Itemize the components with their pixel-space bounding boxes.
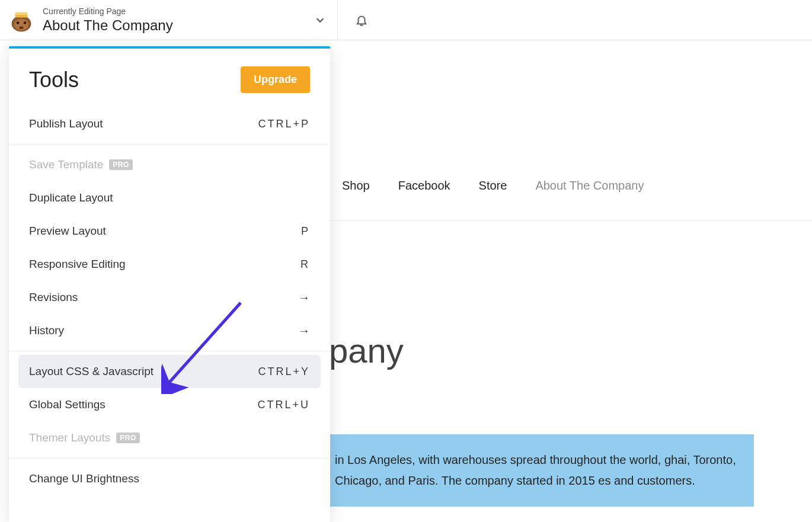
menu-themer-layouts[interactable]: Themer Layouts PRO [9,421,330,454]
menu-shortcut: CTRL+U [257,399,310,411]
topbar: Currently Editing Page About The Company [0,0,812,40]
site-nav: Shop Facebook Store About The Company [329,40,812,221]
page-menu-toggle[interactable] [302,0,338,40]
notifications-button[interactable] [344,0,379,40]
svg-point-2 [17,21,20,24]
svg-point-3 [24,21,27,24]
menu-shortcut: R [300,258,310,271]
menu-label: Revisions [29,291,78,304]
submenu-arrow-icon: → [298,324,310,338]
beaver-icon [7,6,36,34]
upgrade-button[interactable]: Upgrade [241,66,310,93]
menu-global-settings[interactable]: Global Settings CTRL+U [9,388,330,421]
tools-panel-scroll[interactable]: Tools Upgrade Publish Layout CTRL+P Save… [9,49,330,522]
menu-publish-layout[interactable]: Publish Layout CTRL+P [9,107,330,140]
menu-responsive-editing[interactable]: Responsive Editing R [9,248,330,281]
menu-separator [9,458,330,459]
nav-shop[interactable]: Shop [342,179,370,193]
menu-label: Global Settings [29,398,106,411]
chevron-down-icon [314,14,327,27]
page-heading-fragment: pany [329,331,404,370]
menu-separator [9,144,330,145]
editing-page-title: About The Company [43,17,173,34]
pro-badge: PRO [116,433,140,443]
menu-duplicate-layout[interactable]: Duplicate Layout [9,181,330,214]
pro-badge: PRO [109,159,133,170]
menu-history[interactable]: History → [9,314,330,347]
menu-label: Themer Layouts [29,431,110,444]
menu-save-template[interactable]: Save Template PRO [9,148,330,181]
menu-shortcut: CTRL+Y [258,366,310,378]
menu-label: Save Template [29,158,103,171]
menu-label: History [29,324,64,337]
menu-preview-layout[interactable]: Preview Layout P [9,214,330,248]
menu-shortcut: CTRL+P [258,118,310,130]
menu-revisions[interactable]: Revisions → [9,281,330,314]
nav-about[interactable]: About The Company [535,179,644,193]
site-preview: Shop Facebook Store About The Company pa… [329,40,812,522]
menu-shortcut: P [301,225,310,238]
editing-eyebrow: Currently Editing Page [43,7,173,16]
menu-layout-css-js[interactable]: Layout CSS & Javascript CTRL+Y [18,355,321,388]
nav-store[interactable]: Store [479,179,507,193]
tools-panel: Tools Upgrade Publish Layout CTRL+P Save… [9,46,330,522]
tools-panel-title: Tools [29,68,79,92]
svg-point-4 [19,26,24,29]
menu-label: Duplicate Layout [29,191,113,204]
menu-separator [9,351,330,351]
submenu-arrow-icon: → [298,291,310,305]
page-identity[interactable]: Currently Editing Page About The Company [43,7,173,34]
nav-facebook[interactable]: Facebook [398,179,450,193]
menu-change-ui-brightness[interactable]: Change UI Brightness [9,462,330,495]
menu-label: Preview Layout [29,225,106,238]
bell-icon [355,14,368,27]
menu-label: Responsive Editing [29,258,126,271]
menu-label: Publish Layout [29,117,103,130]
panel-caret-icon [307,46,321,47]
svg-rect-6 [15,12,28,15]
menu-label: Layout CSS & Javascript [29,365,154,378]
menu-label: Change UI Brightness [29,472,139,485]
app-logo [0,6,43,34]
page-body-text[interactable]: in Los Angeles, with warehouses spread t… [329,434,754,507]
